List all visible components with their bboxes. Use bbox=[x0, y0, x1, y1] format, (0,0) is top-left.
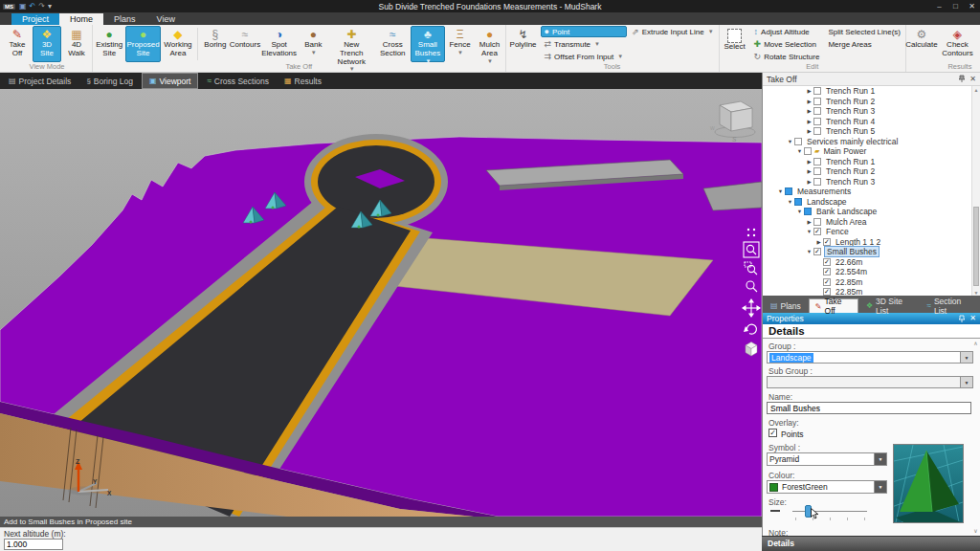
ribbon-button-offset-from-input[interactable]: ⇉Offset From Input▼ bbox=[541, 51, 628, 62]
ribbon-button-spot-elevations[interactable]: ◑Spot Elevations bbox=[260, 26, 298, 62]
ribbon-button-contours[interactable]: ≈Contours bbox=[231, 26, 259, 62]
size-slider[interactable] bbox=[768, 506, 883, 523]
tree-checkbox[interactable]: ✓ bbox=[823, 268, 831, 276]
ribbon-tab-view[interactable]: View bbox=[146, 13, 186, 25]
ribbon-button-check-contours[interactable]: ◈Check Contours bbox=[937, 26, 978, 62]
colour-combobox[interactable]: ForestGreen ▼ bbox=[767, 480, 887, 494]
tree-checkbox[interactable]: ✓ bbox=[823, 258, 831, 266]
tree-checkbox[interactable]: ✓ bbox=[823, 278, 831, 286]
expand-collapsed-icon[interactable]: ▶ bbox=[805, 179, 813, 185]
name-input[interactable] bbox=[767, 402, 971, 414]
tree-item-trench-run-2[interactable]: ▶Trench Run 2 bbox=[763, 97, 980, 107]
tree-checkbox[interactable] bbox=[813, 107, 821, 115]
ribbon-tab-plans[interactable]: Plans bbox=[103, 13, 146, 25]
maximize-button[interactable]: □ bbox=[947, 2, 964, 11]
tree-checkbox[interactable] bbox=[813, 167, 821, 175]
expand-expanded-icon[interactable]: ▼ bbox=[795, 148, 804, 154]
ribbon-button-3d-site[interactable]: ❖3D Site bbox=[33, 26, 61, 62]
tree-item-landscape[interactable]: ▼Landscape bbox=[763, 197, 980, 208]
tree-checkbox[interactable] bbox=[804, 147, 812, 155]
properties-close-icon[interactable]: ✕ bbox=[969, 315, 976, 322]
tree-checkbox[interactable]: ✓ bbox=[813, 228, 821, 235]
ribbon-button-calculate[interactable]: ⚙Calculate bbox=[907, 26, 936, 62]
tree-checkbox[interactable] bbox=[813, 158, 821, 165]
ribbon-button-rotate-structure[interactable]: ↻Rotate Structure bbox=[750, 51, 824, 62]
tree-checkbox[interactable] bbox=[813, 127, 821, 135]
panel-tab-section-list[interactable]: ≈Section List bbox=[922, 298, 978, 313]
tree-item-trench-run-1[interactable]: ▶Trench Run 1 bbox=[763, 86, 980, 97]
tree-item-22-85m[interactable]: ✓22.85m bbox=[763, 277, 980, 288]
scroll-up-icon[interactable]: ▲ bbox=[972, 86, 980, 94]
ribbon-button-mulch-area[interactable]: ●Mulch Area▼ bbox=[476, 26, 504, 62]
doc-tab-boring-log[interactable]: §Boring Log bbox=[79, 73, 140, 89]
tree-item-mulch-area[interactable]: ▶Mulch Area bbox=[763, 217, 980, 228]
panel-close-icon[interactable]: ✕ bbox=[969, 76, 976, 83]
expand-collapsed-icon[interactable]: ▶ bbox=[805, 88, 813, 94]
tree-item-trench-run-2[interactable]: ▶Trench Run 2 bbox=[763, 166, 980, 177]
tree-item-measurements[interactable]: ▼Measurements bbox=[763, 187, 980, 197]
close-button[interactable]: ✕ bbox=[964, 2, 980, 11]
expand-expanded-icon[interactable]: ▼ bbox=[776, 188, 785, 194]
tree-item-trench-run-4[interactable]: ▶Trench Run 4 bbox=[763, 117, 980, 127]
tree-item-22-554m[interactable]: ✓22.554m bbox=[763, 267, 980, 277]
expand-expanded-icon[interactable]: ▼ bbox=[795, 209, 804, 214]
tree-checkbox[interactable] bbox=[794, 198, 802, 206]
tree-checkbox[interactable] bbox=[804, 208, 812, 215]
colour-dropdown-icon[interactable]: ▼ bbox=[874, 481, 886, 493]
properties-scrollbar[interactable]: ∧ ∨ bbox=[971, 340, 980, 534]
scroll-down-icon[interactable]: ▼ bbox=[972, 289, 980, 296]
expand-collapsed-icon[interactable]: ▶ bbox=[814, 239, 823, 245]
pin-icon[interactable] bbox=[958, 75, 966, 83]
tree-scrollbar[interactable]: ▲▼ bbox=[971, 86, 980, 296]
expand-collapsed-icon[interactable]: ▶ bbox=[805, 119, 813, 124]
scrollbar-thumb[interactable] bbox=[973, 207, 979, 286]
tree-item-services-mainly-electrical[interactable]: ▼Services mainly electrical bbox=[763, 137, 980, 147]
tree-checkbox[interactable] bbox=[813, 218, 821, 226]
zoom-window-icon[interactable] bbox=[744, 242, 759, 257]
panel-tab-take-off[interactable]: ✎Take Off bbox=[809, 298, 858, 313]
ribbon-button-boring[interactable]: §Boring bbox=[201, 26, 230, 62]
ribbon-button-select[interactable]: Select bbox=[721, 26, 749, 62]
ribbon-tab-project[interactable]: Project bbox=[11, 13, 59, 25]
expand-collapsed-icon[interactable]: ▶ bbox=[805, 168, 813, 174]
ribbon-button-working-area[interactable]: ◆Working Area bbox=[162, 26, 195, 62]
expand-collapsed-icon[interactable]: ▶ bbox=[805, 219, 813, 225]
ribbon-button-polyline[interactable]: ↯Polyline bbox=[507, 26, 540, 62]
doc-tab-project-details[interactable]: ▤Project Details bbox=[2, 73, 78, 89]
panel-tab-plans[interactable]: ▤Plans bbox=[765, 298, 807, 313]
slider-track[interactable] bbox=[792, 511, 867, 512]
symbol-combobox[interactable]: Pyramid ▼ bbox=[767, 452, 887, 466]
undo-icon[interactable]: ↶ bbox=[30, 2, 36, 11]
points-checkbox[interactable]: ✓ bbox=[768, 429, 777, 437]
scroll-down-icon[interactable]: ∨ bbox=[971, 527, 980, 534]
ribbon-button-bank[interactable]: ●Bank▼ bbox=[299, 26, 327, 62]
ribbon-button-proposed-site[interactable]: ●Proposed Site bbox=[125, 26, 160, 62]
tree-item-fence[interactable]: ▼✓Fence bbox=[763, 227, 980, 237]
ribbon-button-new-trench-network[interactable]: ✚New Trench Network▼ bbox=[328, 26, 374, 62]
rotate-icon[interactable] bbox=[744, 324, 756, 334]
scroll-up-icon[interactable]: ∧ bbox=[971, 340, 980, 346]
expand-expanded-icon[interactable]: ▼ bbox=[805, 249, 813, 254]
redo-icon[interactable]: ↷ bbox=[38, 2, 45, 11]
expand-expanded-icon[interactable]: ▼ bbox=[805, 229, 813, 234]
ribbon-button-move-selection[interactable]: ✚Move Selection bbox=[750, 38, 824, 50]
ribbon-button-adjust-altitude[interactable]: ↕Adjust Altitude bbox=[750, 26, 824, 37]
next-altitude-input[interactable] bbox=[4, 539, 63, 550]
tree-checkbox[interactable]: ✓ bbox=[813, 248, 821, 255]
ribbon-button-existing-site[interactable]: ●Existing Site bbox=[94, 26, 124, 62]
ribbon-button-4d-walk[interactable]: ▦4D Walk bbox=[62, 26, 91, 62]
expand-expanded-icon[interactable]: ▼ bbox=[786, 139, 794, 144]
expand-collapsed-icon[interactable]: ▶ bbox=[805, 128, 813, 134]
minimize-button[interactable]: – bbox=[931, 2, 947, 11]
toolbar-grip-icon[interactable] bbox=[747, 229, 755, 236]
ribbon-button-merge-areas[interactable]: Merge Areas bbox=[824, 38, 904, 50]
tree-item-main-power[interactable]: ▼▰Main Power bbox=[763, 146, 980, 157]
ribbon-button-extrude-input-line[interactable]: ⇗Extrude Input Line▼ bbox=[628, 26, 717, 37]
save-icon[interactable]: ▣ bbox=[19, 2, 27, 11]
ribbon-button-split-selected-line-s[interactable]: Split Selected Line(s) bbox=[824, 26, 904, 37]
symbol-dropdown-icon[interactable]: ▼ bbox=[874, 453, 886, 465]
ribbon-button-take-off[interactable]: ✎Take Off bbox=[3, 26, 32, 62]
doc-tab-cross-sections[interactable]: ≈Cross Sections bbox=[200, 73, 276, 89]
doc-tab-viewport[interactable]: ▣Viewport bbox=[142, 73, 198, 89]
tree-item-bank-landscape[interactable]: ▼Bank Landscape bbox=[763, 207, 980, 217]
